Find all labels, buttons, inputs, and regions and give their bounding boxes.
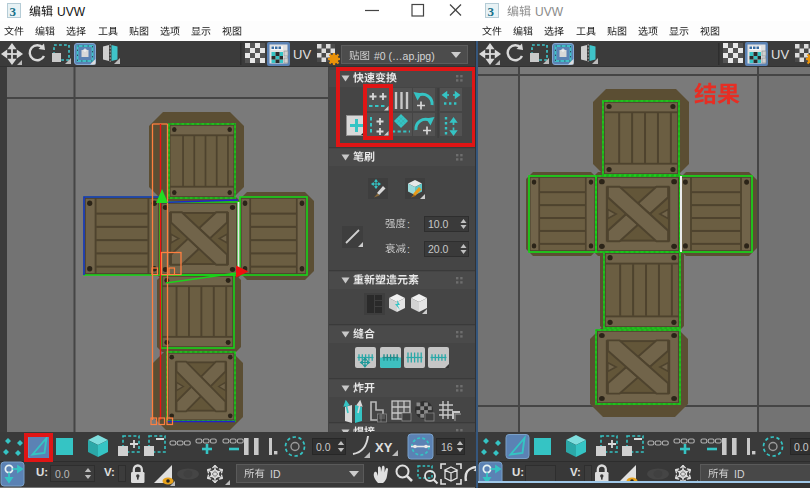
svg-text:UV: UV xyxy=(293,47,311,62)
svg-text:3: 3 xyxy=(488,4,495,19)
svg-text:3: 3 xyxy=(10,4,17,19)
svg-text:XY: XY xyxy=(375,440,393,455)
svg-text:UV: UV xyxy=(771,47,789,62)
